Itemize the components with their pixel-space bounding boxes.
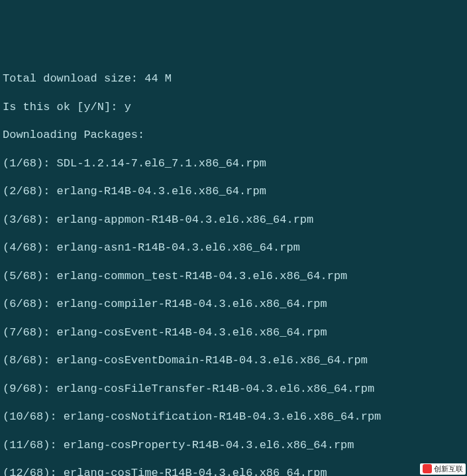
downloading-header-line: Downloading Packages: xyxy=(3,128,464,142)
terminal-output: Total download size: 44 M Is this ok [y/… xyxy=(3,58,464,476)
watermark-logo-icon xyxy=(423,464,432,473)
package-line: (6/68): erlang-compiler-R14B-04.3.el6.x8… xyxy=(3,297,464,311)
package-line: (7/68): erlang-cosEvent-R14B-04.3.el6.x8… xyxy=(3,326,464,339)
package-line: (11/68): erlang-cosProperty-R14B-04.3.el… xyxy=(3,438,464,452)
package-line: (9/68): erlang-cosFileTransfer-R14B-04.3… xyxy=(3,382,464,396)
watermark: 创新互联 xyxy=(420,463,466,475)
package-line: (10/68): erlang-cosNotification-R14B-04.… xyxy=(3,410,464,424)
confirm-prompt-line: Is this ok [y/N]: y xyxy=(3,100,464,114)
package-line: (8/68): erlang-cosEventDomain-R14B-04.3.… xyxy=(3,353,464,367)
watermark-text: 创新互联 xyxy=(434,465,463,473)
package-line: (2/68): erlang-R14B-04.3.el6.x86_64.rpm xyxy=(3,184,464,198)
package-line: (1/68): SDL-1.2.14-7.el6_7.1.x86_64.rpm xyxy=(3,156,464,170)
package-line: (5/68): erlang-common_test-R14B-04.3.el6… xyxy=(3,269,464,283)
download-size-line: Total download size: 44 M xyxy=(3,72,464,86)
package-line: (12/68): erlang-cosTime-R14B-04.3.el6.x8… xyxy=(3,466,464,476)
package-line: (3/68): erlang-appmon-R14B-04.3.el6.x86_… xyxy=(3,213,464,227)
package-line: (4/68): erlang-asn1-R14B-04.3.el6.x86_64… xyxy=(3,241,464,255)
